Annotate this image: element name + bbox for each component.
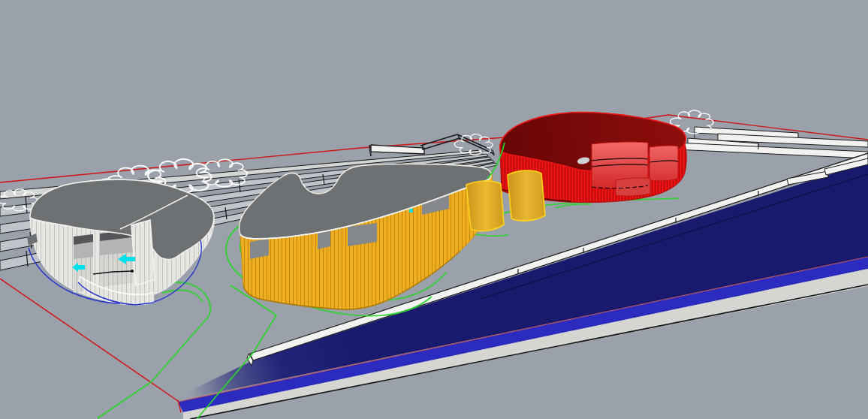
- white-curved-wall[interactable]: [131, 220, 155, 285]
- annex-cylinder-2[interactable]: [508, 170, 545, 221]
- annex-cylinder-1[interactable]: [466, 181, 504, 231]
- white-floor-node: [131, 270, 134, 273]
- cad-3d-viewport[interactable]: [0, 0, 868, 419]
- scene-canvas[interactable]: [0, 0, 868, 419]
- cyan-dot-marker: [409, 209, 413, 213]
